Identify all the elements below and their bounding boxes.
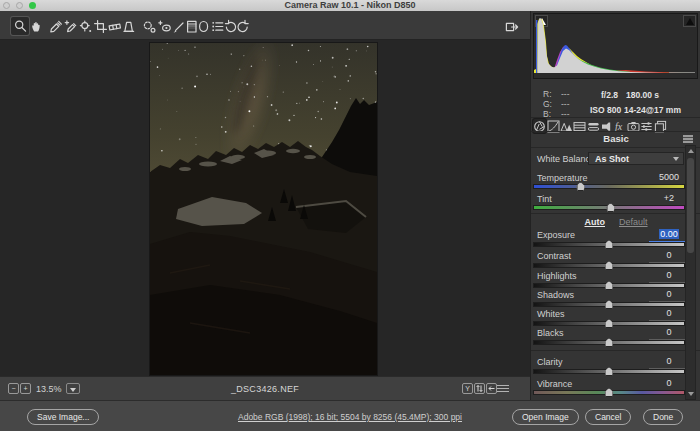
shadows-value-field[interactable]: 0 [649, 289, 689, 302]
contrast-value-field[interactable]: 0 [649, 250, 689, 263]
exif-shutter: 180.00 s [626, 90, 659, 100]
g-value: --- [561, 99, 570, 109]
whites-value-field[interactable]: 0 [649, 308, 689, 321]
exposure-label: Exposure [537, 230, 575, 240]
svg-text:fx: fx [615, 121, 623, 132]
blacks-slider-row: Blacks 0 [531, 328, 700, 348]
swap-before-after-button[interactable] [474, 383, 485, 394]
adjustments-panel: R:--- G:--- B:--- f/2.8 180.00 s ISO 800… [530, 11, 700, 400]
temperature-label: Temperature [537, 173, 588, 183]
scroll-up-icon[interactable] [688, 149, 694, 153]
scroll-down-icon[interactable] [688, 392, 694, 396]
r-value: --- [561, 89, 570, 99]
r-label: R: [543, 89, 552, 99]
before-after-menu-icon[interactable] [497, 385, 509, 394]
camera-raw-window: Camera Raw 10.1 - Nikon D850 [0, 0, 700, 431]
image-preview-area[interactable] [0, 40, 530, 376]
rotate-right-icon [235, 19, 250, 34]
vibrance-slider-track[interactable] [533, 390, 685, 395]
vibrance-slider-thumb[interactable] [605, 388, 614, 397]
scrollbar-thumb[interactable] [687, 158, 694, 253]
exposure-slider-row: Exposure 0.00 [531, 230, 700, 250]
blacks-slider-thumb[interactable] [605, 338, 614, 347]
temperature-slider-row: Temperature 5000 [531, 173, 700, 193]
shadows-slider-row: Shadows 0 [531, 290, 700, 310]
blacks-label: Blacks [537, 328, 564, 338]
whites-slider-thumb[interactable] [605, 319, 614, 328]
chevron-down-icon [673, 157, 679, 161]
zoom-icon [13, 19, 28, 34]
copy-settings-button[interactable] [486, 383, 497, 394]
preview-status-bar: − + 13.5% _DSC3426.NEF Y [0, 376, 530, 400]
highlights-slider-track[interactable] [533, 283, 685, 288]
clarity-slider-row: Clarity 0 [531, 357, 700, 377]
contrast-slider-track[interactable] [533, 263, 685, 268]
white-balance-row: White Balance: As Shot [531, 152, 700, 166]
cancel-button[interactable]: Cancel [585, 409, 631, 425]
clarity-value-field[interactable]: 0 [649, 356, 689, 369]
temperature-slider-thumb[interactable] [576, 182, 585, 191]
whites-label: Whites [537, 309, 565, 319]
open-image-button[interactable]: Open Image [512, 409, 579, 425]
contrast-label: Contrast [537, 251, 571, 261]
histogram-chart [534, 14, 697, 78]
panel-menu-icon[interactable] [683, 135, 693, 143]
before-after-cycle-button[interactable]: Y [462, 383, 473, 394]
shadows-slider-thumb[interactable] [605, 300, 614, 309]
shadows-label: Shadows [537, 290, 574, 300]
auto-default-row: AutoDefault [531, 217, 700, 227]
toggle-fullscreen-button[interactable] [502, 17, 520, 35]
auto-link[interactable]: Auto [584, 217, 605, 227]
tint-label: Tint [537, 194, 552, 204]
histogram[interactable] [533, 13, 698, 79]
tint-slider-track[interactable] [533, 205, 685, 210]
titlebar: Camera Raw 10.1 - Nikon D850 [0, 0, 700, 11]
exposure-slider-track[interactable] [533, 242, 685, 247]
highlights-label: Highlights [537, 271, 577, 281]
contrast-slider-row: Contrast 0 [531, 251, 700, 271]
exif-lens: 14-24@17 mm [624, 105, 681, 115]
exif-aperture: f/2.8 [601, 90, 618, 100]
panel-header: Basic [531, 133, 700, 145]
highlights-slider-row: Highlights 0 [531, 271, 700, 291]
swap-arrows-icon [475, 384, 484, 393]
whites-slider-track[interactable] [533, 321, 685, 326]
rotate-right-button[interactable] [233, 17, 251, 35]
white-balance-value: As Shot [595, 154, 629, 164]
photo-night-landscape[interactable] [150, 43, 377, 375]
blacks-value-field[interactable]: 0 [649, 327, 689, 340]
whites-slider-row: Whites 0 [531, 309, 700, 329]
exposure-slider-thumb[interactable] [605, 240, 614, 249]
vibrance-slider-row: Vibrance 0 [531, 379, 700, 399]
hand-icon [29, 19, 44, 34]
footer-bar: Save Image... Adobe RGB (1998); 16 bit; … [0, 400, 700, 431]
temperature-slider-track[interactable] [533, 184, 685, 189]
blacks-slider-track[interactable] [533, 340, 685, 345]
done-button[interactable]: Done [643, 409, 683, 425]
tint-slider-thumb[interactable] [606, 203, 615, 212]
shadows-slider-track[interactable] [533, 302, 685, 307]
copy-arrow-icon [487, 384, 496, 393]
exif-iso: ISO 800 [590, 105, 621, 115]
default-link[interactable]: Default [619, 217, 648, 227]
toolbar [0, 11, 530, 40]
filename: _DSC3426.NEF [0, 384, 530, 394]
highlights-slider-thumb[interactable] [605, 281, 614, 290]
image-info-block: R:--- G:--- B:--- f/2.8 180.00 s ISO 800… [531, 87, 700, 119]
vibrance-label: Vibrance [537, 379, 572, 389]
transform-tool-button[interactable] [119, 17, 137, 35]
clarity-slider-thumb[interactable] [605, 367, 614, 376]
clarity-slider-track[interactable] [533, 369, 685, 374]
highlights-value-field[interactable]: 0 [649, 270, 689, 283]
hand-tool-button[interactable] [27, 17, 45, 35]
tint-slider-row: Tint +2 [531, 194, 700, 214]
clarity-label: Clarity [537, 357, 563, 367]
window-title: Camera Raw 10.1 - Nikon D850 [0, 0, 700, 11]
transform-icon [121, 19, 136, 34]
fullscreen-icon [504, 19, 519, 34]
contrast-slider-thumb[interactable] [605, 261, 614, 270]
white-balance-dropdown[interactable]: As Shot [588, 152, 684, 165]
panel-scrollbar[interactable] [685, 145, 696, 400]
exposure-value-field[interactable]: 0.00 [649, 229, 689, 243]
g-label: G: [543, 99, 552, 109]
